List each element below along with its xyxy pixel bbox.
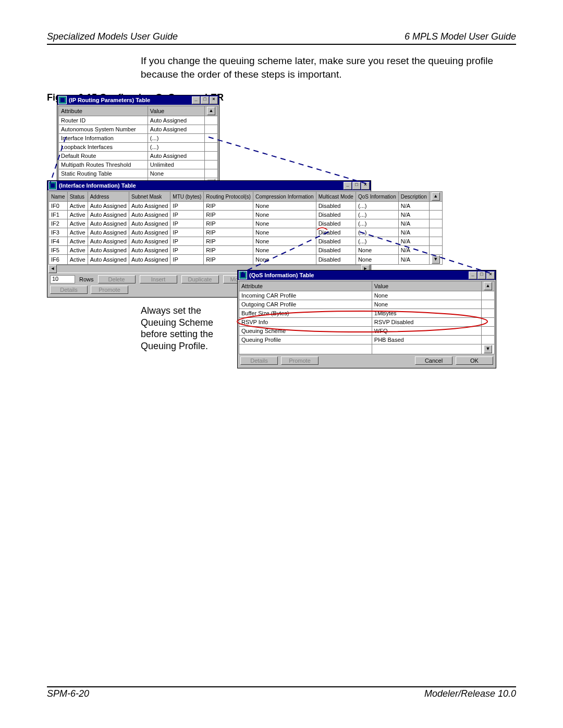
table-row[interactable]: IF0ActiveAuto AssignedAuto AssignedIPRIP… (49, 202, 443, 211)
window-icon (239, 271, 247, 279)
header-right: 6 MPLS Model User Guide (405, 31, 516, 42)
qos-info-window: (QoS Information) Table _ □ × Attribute … (237, 270, 496, 368)
cancel-button[interactable]: Cancel (415, 356, 452, 365)
delete-button[interactable]: Delete (98, 275, 136, 283)
duplicate-button[interactable]: Duplicate (181, 275, 219, 283)
col-header: Routing Protocol(s) (204, 192, 253, 202)
close-icon[interactable]: × (486, 272, 495, 279)
header-left: Specialized Models User Guide (47, 31, 178, 42)
close-icon[interactable]: × (210, 96, 218, 104)
details-button[interactable]: Details (50, 286, 88, 294)
table-row[interactable]: IF5ActiveAuto AssignedAuto AssignedIPRIP… (49, 246, 443, 255)
table-row[interactable]: Autonomous System NumberAuto Assigned (59, 125, 218, 134)
col-attribute: Attribute (241, 283, 263, 289)
svg-line-1 (209, 137, 366, 183)
scroll-up-icon[interactable]: ▲ (432, 192, 440, 201)
maximize-icon[interactable]: □ (201, 96, 209, 104)
table-row[interactable]: Static Routing TableNone (59, 169, 218, 178)
table-row[interactable]: Outgoing CAR ProfileNone (239, 300, 495, 309)
ip-routing-titlebar[interactable]: (IP Routing Parameters) Table _ □ × (57, 95, 219, 105)
interface-titlebar[interactable]: (Interface Information) Table _ □ × (47, 181, 371, 190)
scroll-up-icon[interactable]: ▲ (484, 282, 492, 290)
table-row[interactable]: Multipath Routes ThresholdUnlimited (59, 161, 218, 169)
table-row[interactable]: IF1ActiveAuto AssignedAuto AssignedIPRIP… (49, 211, 443, 219)
table-row[interactable]: Queuing SchemeWFQ (239, 327, 495, 336)
col-header: QoS Information (356, 192, 398, 202)
col-header: MTU (bytes) (170, 192, 204, 202)
maximize-icon[interactable]: □ (478, 272, 486, 279)
col-header: Name (49, 192, 68, 202)
callout-text: Always set the Queuing Scheme before set… (141, 305, 235, 352)
scroll-left-icon[interactable]: ◄ (48, 265, 57, 273)
col-value: Value (374, 283, 388, 289)
col-header: Address (88, 192, 129, 202)
qos-table: Attribute Value ▲ Incoming CAR ProfileNo… (239, 281, 495, 354)
minimize-icon[interactable]: _ (469, 272, 477, 279)
col-value: Value (150, 108, 164, 114)
col-header: Subnet Mask (129, 192, 170, 202)
col-header: Compression Information (253, 192, 316, 202)
col-header: Multicast Mode (316, 192, 356, 202)
maximize-icon[interactable]: □ (352, 182, 361, 190)
table-row[interactable]: IF2ActiveAuto AssignedAuto AssignedIPRIP… (49, 219, 443, 228)
table-row[interactable]: Router IDAuto Assigned (59, 116, 218, 125)
promote-button[interactable]: Promote (91, 286, 128, 294)
ip-routing-title: (IP Routing Parameters) Table (69, 97, 150, 103)
minimize-icon[interactable]: _ (344, 182, 352, 190)
table-row[interactable]: Incoming CAR ProfileNone (239, 291, 495, 300)
table-row[interactable]: IF6ActiveAuto AssignedAuto AssignedIPRIP… (49, 255, 443, 265)
interface-table: NameStatusAddressSubnet MaskMTU (bytes)R… (48, 191, 443, 265)
scroll-up-icon[interactable]: ▲ (207, 107, 215, 115)
col-header: Status (67, 192, 88, 202)
col-attribute: Attribute (61, 108, 82, 114)
table-row[interactable]: RSVP InfoRSVP Disabled (239, 318, 495, 327)
promote-button[interactable]: Promote (281, 356, 319, 365)
insert-button[interactable]: Insert (140, 275, 177, 283)
table-row[interactable]: Buffer Size (Bytes)1MBytes (239, 309, 495, 318)
rows-label: Rows (79, 276, 94, 282)
footer-right: Modeler/Release 10.0 (424, 688, 516, 699)
ip-routing-table: Attribute Value ▲ Router IDAuto Assigned… (58, 106, 218, 188)
intro-paragraph: If you change the queuing scheme later, … (141, 54, 511, 81)
window-icon (48, 181, 57, 190)
window-icon (58, 96, 67, 104)
ok-button[interactable]: OK (456, 356, 493, 365)
scroll-down-icon[interactable]: ▼ (432, 255, 440, 264)
footer-left: SPM-6-20 (47, 688, 89, 699)
qos-titlebar[interactable]: (QoS Information) Table _ □ × (238, 270, 496, 280)
table-row[interactable]: Interface Information(...) (59, 134, 218, 143)
table-row[interactable]: Loopback Interfaces(...) (59, 143, 218, 152)
table-row[interactable]: IF3ActiveAuto AssignedAuto AssignedIPRIP… (49, 228, 443, 237)
minimize-icon[interactable]: _ (192, 96, 200, 104)
rows-input[interactable]: 10 (50, 275, 75, 283)
scroll-down-icon[interactable]: ▼ (484, 345, 492, 353)
table-row[interactable]: IF4ActiveAuto AssignedAuto AssignedIPRIP… (49, 237, 443, 246)
interface-title: (Interface Information) Table (59, 182, 136, 189)
table-row[interactable]: Queuing ProfilePHB Based (239, 336, 495, 344)
col-header: Description (398, 192, 429, 202)
qos-title: (QoS Information) Table (249, 272, 314, 278)
details-button[interactable]: Details (240, 356, 278, 365)
table-row[interactable]: Default RouteAuto Assigned (59, 152, 218, 161)
close-icon[interactable]: × (361, 182, 370, 190)
